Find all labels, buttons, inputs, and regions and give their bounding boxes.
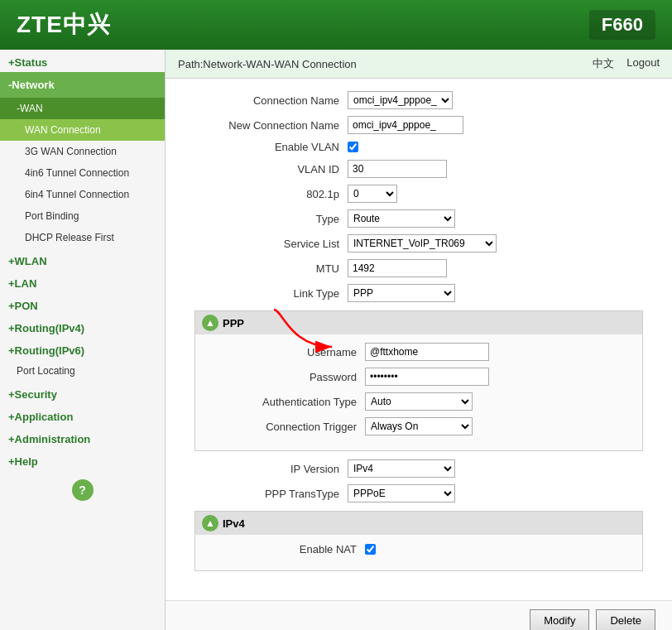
- mtu-input[interactable]: [348, 259, 447, 277]
- help-button[interactable]: ?: [72, 479, 94, 501]
- logout-link[interactable]: Logout: [626, 56, 660, 71]
- vlan-id-input[interactable]: [348, 160, 447, 178]
- new-connection-name-row: New Connection Name: [182, 116, 655, 134]
- sidebar-item-6in4[interactable]: 6in4 Tunnel Connection: [0, 184, 165, 205]
- sidebar-item-security[interactable]: +Security: [0, 382, 165, 404]
- ip-version-row: IP Version IPv4: [182, 459, 655, 478]
- username-row: Username: [199, 343, 638, 361]
- ppp-section-header: ▲ PPP: [195, 311, 642, 334]
- vlan-id-label: VLAN ID: [182, 163, 348, 176]
- link-type-control: PPP: [348, 284, 455, 302]
- password-control: [365, 368, 489, 386]
- sidebar-item-lan-label: +LAN: [8, 277, 36, 290]
- auth-type-label: Authentication Type: [199, 396, 365, 408]
- sidebar-item-4in6[interactable]: 4in6 Tunnel Connection: [0, 162, 165, 184]
- ipv4-section-label: IPv4: [223, 517, 245, 530]
- delete-button[interactable]: Delete: [596, 609, 655, 630]
- ip-version-label: IP Version: [182, 463, 348, 475]
- sidebar-item-application[interactable]: +Application: [0, 404, 165, 426]
- sidebar-item-port-binding[interactable]: Port Binding: [0, 205, 165, 227]
- username-control: [365, 343, 489, 361]
- path-text: Path:Network-WAN-WAN Connection: [178, 58, 357, 70]
- sidebar-item-wan-connection[interactable]: WAN Connection: [0, 119, 165, 141]
- ipv4-section-content: Enable NAT: [195, 535, 642, 570]
- enable-vlan-label: Enable VLAN: [182, 141, 348, 153]
- connection-name-label: Connection Name: [182, 94, 348, 107]
- type-row: Type Route: [182, 209, 655, 228]
- enable-nat-row: Enable NAT: [199, 543, 638, 555]
- sidebar-item-port-binding-label: Port Binding: [25, 210, 79, 222]
- ipv4-toggle[interactable]: ▲: [202, 515, 218, 531]
- sidebar-item-wan[interactable]: -WAN: [0, 98, 165, 119]
- path-bar: Path:Network-WAN-WAN Connection 中文 Logou…: [166, 50, 672, 79]
- sidebar-item-3g-wan[interactable]: 3G WAN Connection: [0, 141, 165, 162]
- password-input[interactable]: [365, 368, 489, 386]
- header: ZTE中兴 F660: [0, 0, 672, 50]
- service-list-row: Service List INTERNET_VoIP_TR069: [182, 234, 655, 252]
- sidebar-item-dhcp-release[interactable]: DHCP Release First: [0, 227, 165, 248]
- ipv4-section-header: ▲ IPv4: [195, 512, 642, 535]
- link-type-label: Link Type: [182, 287, 348, 300]
- sidebar-item-lan[interactable]: +LAN: [0, 271, 165, 293]
- sidebar-item-network[interactable]: -Network: [0, 72, 165, 98]
- sidebar-item-4in6-label: 4in6 Tunnel Connection: [25, 167, 129, 179]
- auth-type-select[interactable]: Auto: [365, 392, 473, 411]
- mtu-label: MTU: [182, 262, 348, 275]
- sidebar-item-administration[interactable]: +Administration: [0, 426, 165, 449]
- dot1p-row: 802.1p 0: [182, 185, 655, 203]
- ppp-transtype-select[interactable]: PPPoE: [348, 484, 455, 503]
- model-badge: F660: [589, 10, 655, 40]
- new-connection-name-control: [348, 116, 463, 134]
- password-row: Password: [199, 368, 638, 386]
- sidebar-item-wlan-label: +WLAN: [8, 255, 47, 267]
- service-list-select[interactable]: INTERNET_VoIP_TR069: [348, 234, 497, 252]
- sidebar-item-routing-ipv6[interactable]: +Routing(IPv6): [0, 338, 165, 360]
- auth-type-control: Auto: [365, 392, 473, 411]
- type-control: Route: [348, 209, 455, 228]
- sidebar-item-routing-ipv6-label: +Routing(IPv6): [8, 344, 84, 357]
- type-label: Type: [182, 213, 348, 225]
- sidebar-item-help-label: +Help: [8, 455, 38, 468]
- form-area: Connection Name omci_ipv4_pppoe_ New Con…: [166, 79, 672, 592]
- sidebar-item-pon-label: +PON: [8, 300, 38, 312]
- auth-type-row: Authentication Type Auto: [199, 392, 638, 411]
- sidebar-item-wlan[interactable]: +WLAN: [0, 248, 165, 271]
- sidebar-item-status-label: +Status: [8, 56, 47, 69]
- enable-nat-label: Enable NAT: [199, 543, 365, 555]
- dot1p-control: 0: [348, 185, 397, 203]
- main-layout: +Status -Network -WAN WAN Connection 3G …: [0, 50, 672, 630]
- ppp-toggle[interactable]: ▲: [202, 315, 218, 331]
- new-connection-name-input[interactable]: [348, 116, 463, 134]
- sidebar: +Status -Network -WAN WAN Connection 3G …: [0, 50, 166, 630]
- ppp-transtype-label: PPP TransType: [182, 488, 348, 500]
- password-label: Password: [199, 371, 365, 383]
- enable-vlan-checkbox[interactable]: [348, 142, 358, 152]
- sidebar-item-help[interactable]: +Help: [0, 449, 165, 471]
- modify-button[interactable]: Modify: [530, 609, 589, 630]
- type-select[interactable]: Route: [348, 209, 455, 228]
- connection-name-select[interactable]: omci_ipv4_pppoe_: [348, 91, 453, 109]
- sidebar-item-routing-ipv4[interactable]: +Routing(IPv4): [0, 315, 165, 338]
- mtu-row: MTU: [182, 259, 655, 277]
- link-type-select[interactable]: PPP: [348, 284, 455, 302]
- enable-nat-checkbox[interactable]: [365, 544, 376, 555]
- sidebar-item-administration-label: +Administration: [8, 433, 90, 445]
- conn-trigger-select[interactable]: Always On: [365, 417, 473, 435]
- sidebar-item-security-label: +Security: [8, 388, 57, 401]
- username-input[interactable]: [365, 343, 489, 361]
- sidebar-item-3g-wan-label: 3G WAN Connection: [25, 146, 117, 157]
- ip-version-control: IPv4: [348, 459, 455, 478]
- conn-trigger-label: Connection Trigger: [199, 421, 365, 433]
- sidebar-item-pon[interactable]: +PON: [0, 293, 165, 315]
- ip-version-select[interactable]: IPv4: [348, 459, 455, 478]
- enable-vlan-row: Enable VLAN: [182, 141, 655, 153]
- dot1p-select[interactable]: 0: [348, 185, 397, 203]
- new-connection-name-label: New Connection Name: [182, 119, 348, 132]
- vlan-id-control: [348, 160, 447, 178]
- ppp-transtype-control: PPPoE: [348, 484, 455, 503]
- conn-trigger-control: Always On: [365, 417, 473, 435]
- lang-link[interactable]: 中文: [593, 56, 614, 71]
- sidebar-item-status[interactable]: +Status: [0, 50, 165, 72]
- sidebar-item-port-locating[interactable]: Port Locating: [0, 360, 165, 382]
- link-type-row: Link Type PPP: [182, 284, 655, 302]
